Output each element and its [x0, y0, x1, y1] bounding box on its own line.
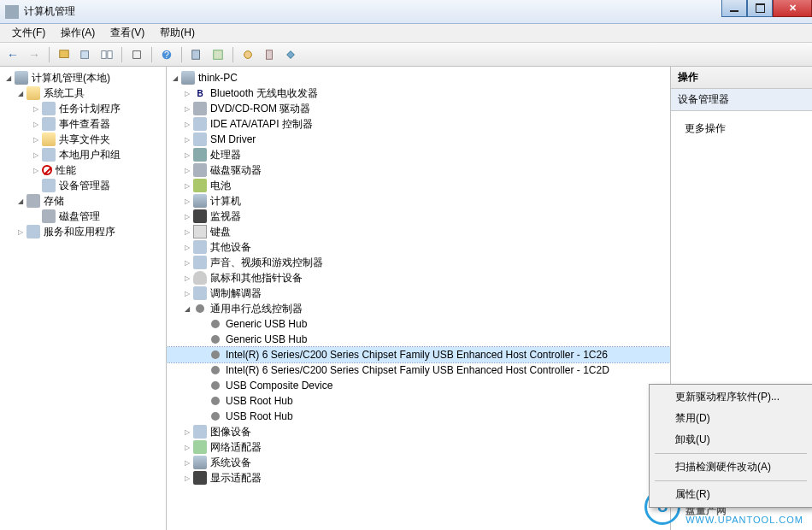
toolbar-separator: [232, 47, 233, 62]
svg-text:?: ?: [164, 49, 169, 59]
cat-monitor[interactable]: 监视器: [167, 209, 670, 224]
clock-icon: [42, 102, 56, 115]
cat-usb-controllers[interactable]: 通用串行总线控制器: [167, 301, 670, 316]
toolbar-btn-8[interactable]: [260, 45, 279, 64]
wrench-icon: [26, 86, 40, 100]
ctx-disable[interactable]: 禁用(D): [651, 408, 810, 429]
cat-computer[interactable]: 计算机: [167, 193, 670, 209]
usb-icon: [211, 335, 220, 344]
diskdrive-icon: [193, 163, 207, 177]
cat-ide[interactable]: IDE ATA/ATAPI 控制器: [167, 116, 670, 132]
toolbar-btn-3[interactable]: [97, 45, 116, 64]
device-manager-icon: [42, 179, 56, 192]
maximize-button[interactable]: [747, 0, 773, 17]
toolbar-separator: [121, 47, 122, 62]
ctx-uninstall[interactable]: 卸载(U): [651, 429, 810, 450]
cat-bluetooth[interactable]: Bluetooth 无线电收发器: [167, 85, 670, 101]
services-icon: [26, 225, 40, 238]
ctx-update-driver[interactable]: 更新驱动程序软件(P)...: [651, 386, 810, 408]
toolbar-btn-1[interactable]: [55, 45, 74, 64]
ctx-separator: [655, 453, 807, 454]
close-button[interactable]: [773, 0, 812, 17]
usb-icon: [211, 366, 220, 374]
nav-back-button[interactable]: [3, 45, 22, 64]
tree-root-computer-mgmt[interactable]: 计算机管理(本地): [0, 70, 166, 85]
toolbar-btn-4[interactable]: [127, 45, 146, 64]
mouse-icon: [193, 271, 207, 285]
usb-root-hub-1[interactable]: USB Root Hub: [167, 393, 670, 409]
cat-system-devices[interactable]: 系统设备: [167, 455, 670, 470]
tree-disk-mgmt[interactable]: 磁盘管理: [0, 209, 166, 224]
usb-icon: [196, 304, 204, 313]
toolbar-btn-6[interactable]: [209, 45, 227, 64]
device-tree[interactable]: think-PC Bluetooth 无线电收发器 DVD/CD-ROM 驱动器…: [167, 67, 671, 530]
tree-device-manager[interactable]: 设备管理器: [0, 178, 166, 193]
sound-icon: [193, 256, 207, 269]
tree-storage[interactable]: 存储: [0, 193, 166, 209]
computer-icon: [181, 71, 195, 85]
tree-local-users[interactable]: 本地用户和组: [0, 147, 166, 162]
more-actions-link[interactable]: 更多操作: [685, 121, 798, 136]
left-tree[interactable]: 计算机管理(本地) 系统工具 任务计划程序 事件查看器 共享文件夹 本地用户和组…: [0, 67, 167, 530]
svg-rect-10: [267, 50, 273, 59]
cat-diskdrive[interactable]: 磁盘驱动器: [167, 162, 670, 178]
cat-keyboard[interactable]: 键盘: [167, 224, 670, 239]
usb-icon: [211, 381, 220, 390]
usb-root-hub-2[interactable]: USB Root Hub: [167, 409, 670, 424]
cat-battery[interactable]: 电池: [167, 178, 670, 193]
cat-processor[interactable]: 处理器: [167, 147, 670, 162]
toolbar-btn-5[interactable]: [187, 45, 206, 64]
tree-task-scheduler[interactable]: 任务计划程序: [0, 101, 166, 116]
cat-image[interactable]: 图像设备: [167, 424, 670, 439]
cat-display[interactable]: 显示适配器: [167, 470, 670, 486]
toolbar-btn-2[interactable]: [76, 45, 95, 64]
toolbar-separator: [49, 47, 50, 62]
cat-sound[interactable]: 声音、视频和游戏控制器: [167, 255, 670, 270]
svg-rect-7: [192, 50, 200, 59]
ide-icon: [193, 117, 207, 131]
menu-help[interactable]: 帮助(H): [153, 24, 202, 42]
svg-rect-1: [81, 50, 89, 58]
monitor-icon: [193, 209, 207, 223]
minimize-button[interactable]: [721, 0, 747, 17]
cat-smdriver[interactable]: SM Driver: [167, 132, 670, 147]
keyboard-icon: [193, 225, 207, 238]
nav-forward-button[interactable]: [25, 45, 44, 64]
display-icon: [193, 471, 207, 485]
actions-subheader: 设备管理器: [671, 89, 812, 111]
menu-view[interactable]: 查看(V): [103, 24, 151, 42]
tree-services-apps[interactable]: 服务和应用程序: [0, 224, 166, 239]
usb-icon: [211, 350, 220, 359]
tree-performance[interactable]: 性能: [0, 162, 166, 178]
usb-generic-hub-2[interactable]: Generic USB Hub: [167, 332, 670, 347]
performance-icon: [42, 165, 52, 175]
menu-file[interactable]: 文件(F): [5, 24, 52, 42]
toolbar-btn-9[interactable]: [281, 45, 300, 64]
menu-action[interactable]: 操作(A): [54, 24, 102, 42]
tree-shared-folders[interactable]: 共享文件夹: [0, 132, 166, 147]
cat-mouse[interactable]: 鼠标和其他指针设备: [167, 270, 670, 286]
usb-composite[interactable]: USB Composite Device: [167, 378, 670, 393]
toolbar: ?: [0, 43, 812, 67]
toolbar-btn-7[interactable]: [238, 45, 257, 64]
ctx-scan-hardware[interactable]: 扫描检测硬件改动(A): [651, 456, 810, 478]
tree-event-viewer[interactable]: 事件查看器: [0, 116, 166, 132]
cpu-icon: [193, 148, 207, 162]
computer-icon: [193, 194, 207, 208]
cat-network[interactable]: 网络适配器: [167, 439, 670, 455]
usb-intel-1c2d[interactable]: Intel(R) 6 Series/C200 Series Chipset Fa…: [167, 362, 670, 378]
menu-bar: 文件(F) 操作(A) 查看(V) 帮助(H): [0, 24, 812, 43]
svg-rect-4: [133, 50, 141, 58]
tree-system-tools[interactable]: 系统工具: [0, 85, 166, 101]
context-menu: 更新驱动程序软件(P)... 禁用(D) 卸载(U) 扫描检测硬件改动(A) 属…: [649, 384, 812, 508]
ctx-properties[interactable]: 属性(R): [651, 484, 810, 505]
battery-icon: [193, 179, 207, 192]
help-icon[interactable]: ?: [157, 45, 176, 64]
usb-generic-hub-1[interactable]: Generic USB Hub: [167, 316, 670, 332]
cat-other[interactable]: 其他设备: [167, 239, 670, 255]
usb-intel-1c26[interactable]: Intel(R) 6 Series/C200 Series Chipset Fa…: [167, 347, 670, 362]
computer-icon: [15, 71, 28, 85]
cat-modem[interactable]: 调制解调器: [167, 286, 670, 301]
device-root[interactable]: think-PC: [167, 70, 670, 85]
cat-dvd[interactable]: DVD/CD-ROM 驱动器: [167, 101, 670, 116]
